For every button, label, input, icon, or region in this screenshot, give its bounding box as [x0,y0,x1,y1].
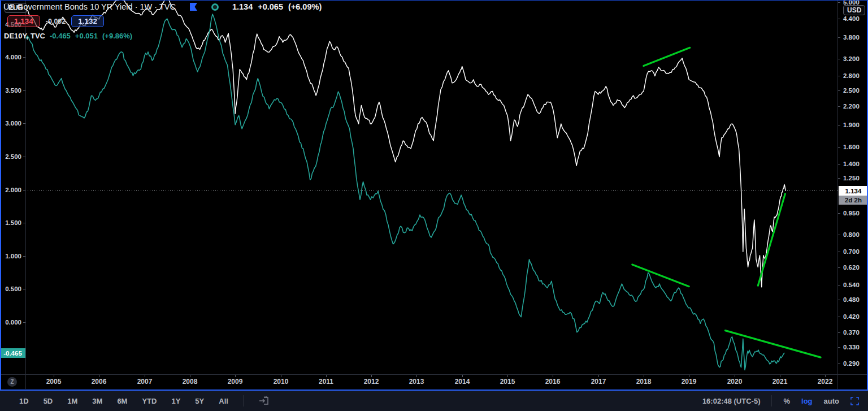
range-button-6m[interactable]: 6M [117,397,127,405]
year-label: 2011 [319,378,333,386]
tick-mark [838,332,840,333]
tradingview-chart-window: US Government Bonds 10 YR Yield · 1W · T… [0,0,868,411]
trendline[interactable] [632,265,689,287]
tick-mark [838,19,840,19]
compare-symbol-title[interactable]: DE10Y, TVC [4,32,45,40]
bottom-toolbar: 1D5D1M3M6MYTD1Y5YAll 16:02:48 (UTC-5) % … [0,390,868,411]
trendline[interactable] [644,47,690,66]
sell-price-button[interactable]: 1.134 [7,15,40,27]
right-axis-tick-label: 3.200 [843,55,860,63]
tick-mark [838,106,840,107]
right-axis-tick-label: 0.950 [843,209,860,217]
year-tick-mark [281,375,281,377]
chart-selection-frame [0,0,868,1]
year-tick-mark [416,375,417,377]
year-tick-mark [553,375,553,377]
left-axis-tick-label: 1.500 [5,219,21,227]
time-scale[interactable]: Z 20052006200720082009201020112012201320… [0,374,868,389]
year-label: 2008 [183,378,198,386]
year-tick-mark [735,375,735,377]
tick-mark [838,59,840,59]
year-label: 2019 [682,378,697,386]
year-tick-mark [326,375,327,377]
trendline[interactable] [758,194,785,285]
last-price: 1.134 [232,2,253,11]
range-button-5d[interactable]: 5D [44,397,53,405]
tick-mark [838,213,840,214]
symbol-title[interactable]: US Government Bonds 10 YR Yield · 1W · T… [3,2,176,11]
clock[interactable]: 16:02:48 (UTC-5) [702,397,761,405]
left-price-scale[interactable]: EUR -0.465 4.5004.0003.5003.0002.5002.00… [0,0,26,374]
year-tick-mark [825,375,826,377]
tick-mark [838,252,840,252]
right-axis-tick-label: 0.800 [843,231,860,239]
year-label: 2021 [772,378,788,386]
compare-last-price: -0.465 [50,32,71,40]
right-price-scale[interactable]: USD 1.134 2d 2h 5.0004.4003.8003.2002.80… [837,0,868,374]
range-button-ytd[interactable]: YTD [142,397,157,405]
range-button-1d[interactable]: 1D [19,397,29,405]
auto-scale-button[interactable]: auto [824,397,839,405]
right-axis-tick-label: 0.290 [843,360,860,367]
go-to-date-icon[interactable] [258,396,270,406]
tick-mark [23,123,25,124]
range-button-1y[interactable]: 1Y [171,397,180,405]
year-tick-mark [507,375,508,377]
year-label: 2006 [92,378,107,386]
left-scale-mode-badge[interactable]: Z [7,377,17,387]
tick-mark [23,157,25,157]
price-change: +0.065 [258,2,283,11]
bar-countdown-label: 2d 2h [839,196,868,205]
year-tick-mark [780,375,780,377]
year-label: 2014 [455,378,470,386]
tick-mark [838,178,840,179]
trendline[interactable] [725,331,821,358]
left-axis-tick-label: 0.000 [5,318,21,326]
tick-mark [838,317,840,317]
left-axis-tick-label: 4.000 [5,53,21,61]
tick-mark [838,2,840,3]
tick-mark [838,147,840,148]
current-price-label: 1.134 [839,186,868,196]
left-axis-tick-label: 0.500 [5,285,21,293]
series-marker-dot-icon[interactable] [211,3,219,11]
range-button-3m[interactable]: 3M [92,397,102,405]
percent-scale-button[interactable]: % [783,397,790,405]
tick-mark [23,223,25,223]
range-button-1m[interactable]: 1M [67,397,77,405]
year-label: 2012 [364,378,379,386]
year-label: 2007 [137,378,153,386]
tick-mark [23,190,25,191]
right-axis-tick-label: 2.800 [843,72,860,80]
year-tick-mark [689,375,689,377]
left-axis-tick-label: 3.000 [5,119,21,127]
toolbar-divider [771,395,772,406]
buy-price-button[interactable]: 1.132 [71,15,104,27]
year-label: 2017 [591,378,606,386]
fullscreen-icon[interactable] [850,397,859,405]
right-currency-badge[interactable]: USD [843,5,865,15]
price-chart[interactable] [25,0,837,374]
price-change-percent: (+6.09%) [288,2,322,11]
tick-mark [838,300,840,300]
us10y-series-line[interactable] [25,0,785,287]
log-scale-button[interactable]: log [801,397,813,405]
chart-plot-area[interactable] [25,0,837,374]
left-scale-corner: Z [0,375,26,389]
de10y-series-line[interactable] [25,14,784,370]
tick-mark [838,90,840,91]
right-axis-tick-label: 1.900 [843,121,860,129]
year-tick-mark [644,375,644,377]
bid-ask-spread: -0.002 [46,18,66,25]
tick-mark [23,322,25,323]
range-button-all[interactable]: All [219,397,228,405]
year-tick-mark [235,375,236,377]
range-button-5y[interactable]: 5Y [195,397,204,405]
right-axis-tick-label: 0.540 [843,281,860,289]
right-axis-tick-label: 1.250 [843,174,860,182]
time-scale-labels[interactable]: 2005200620072008200920102011201220132014… [25,375,837,389]
tick-mark [838,347,840,348]
year-label: 2015 [500,378,515,386]
flag-icon[interactable] [189,2,198,11]
year-label: 2018 [636,378,652,386]
